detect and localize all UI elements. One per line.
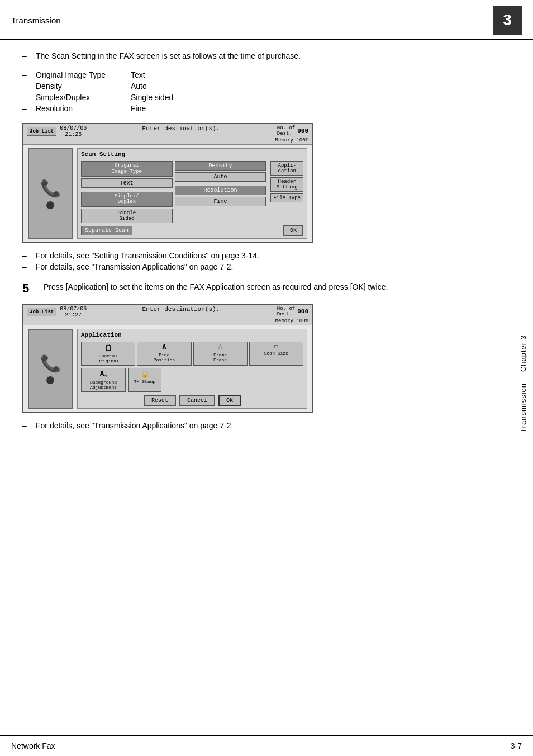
main-content: – The Scan Setting in the FAX screen is …: [0, 40, 513, 483]
reset-button[interactable]: Reset: [144, 395, 176, 406]
file-type-button[interactable]: File Type: [270, 193, 303, 202]
phone-dot2: [46, 376, 54, 384]
original-image-type-value: Text: [81, 178, 173, 188]
note1-item1: – For details, see "Setting Transmission…: [22, 251, 479, 260]
screen1-dest-area: No. of Dest. 000 Memory 100%: [275, 125, 308, 143]
header-setting-button[interactable]: Header Setting: [270, 177, 303, 192]
intro-text: The Scan Setting in the FAX screen is se…: [36, 51, 301, 60]
screen1-title: Enter destination(s).: [87, 125, 275, 132]
setting-label: Resolution: [36, 104, 125, 113]
job-list-button[interactable]: Job List: [27, 127, 56, 136]
chapter-badge: 3: [493, 6, 522, 35]
frame-erase-button[interactable]: Ā Frame Erase: [193, 342, 248, 366]
scan-size-icon: □: [274, 344, 278, 350]
dash: –: [22, 251, 30, 260]
setting-label: Density: [36, 82, 125, 91]
tx-stamp-label: TX Stamp: [134, 379, 155, 384]
screen1-datetime: 08/07/06 21:26: [60, 125, 87, 138]
screen1-body: 📞 Scan Setting Original Image Type Text …: [23, 145, 312, 242]
simplex-duplex-value: Single Sided: [81, 209, 173, 223]
cancel-button[interactable]: Cancel: [179, 395, 215, 406]
scan-size-button[interactable]: □ Scan Size: [249, 342, 303, 366]
setting-value: Text: [131, 70, 145, 79]
memory-label2: Memory 100%: [275, 318, 308, 324]
transmission-label: Transmission: [519, 383, 527, 433]
memory-label: Memory 100%: [275, 138, 308, 143]
screen2-body: 📞 Application 🗒 Special Original A Bind …: [23, 325, 312, 412]
original-image-type-button[interactable]: Original Image Type: [81, 161, 173, 177]
setting-value: Fine: [131, 104, 146, 113]
ok-button-app[interactable]: OK: [218, 395, 241, 406]
dest-value: 000: [297, 127, 308, 134]
application-panel: Application 🗒 Special Original A Bind Po…: [77, 329, 307, 408]
dest-label2: No. of Dest.: [277, 306, 295, 317]
note1-text1: For details, see "Setting Transmission C…: [36, 251, 259, 260]
tx-stamp-icon: 🔒: [141, 370, 149, 379]
special-original-button[interactable]: 🗒 Special Original: [81, 342, 135, 366]
note1-item2: – For details, see "Transmission Applica…: [22, 262, 479, 271]
setting-value: Auto: [131, 82, 147, 91]
background-adjustment-icon: A◻: [100, 370, 107, 379]
dash: –: [22, 70, 30, 79]
density-value: Auto: [175, 172, 266, 182]
bind-position-label: Bind Position: [154, 352, 175, 362]
setting-item-original: – Original Image Type Text: [22, 70, 479, 79]
dest-value2: 000: [297, 308, 308, 315]
frame-erase-label: Frame Erase: [213, 352, 227, 362]
scan-left-col: Original Image Type Text Simplex/ Duplex…: [81, 161, 173, 223]
dash: –: [22, 104, 30, 113]
intro-bullet-item: – The Scan Setting in the FAX screen is …: [22, 51, 479, 60]
setting-label: Simplex/Duplex: [36, 93, 125, 102]
dash: –: [22, 51, 30, 60]
dash: –: [22, 262, 30, 271]
notes2-list: – For details, see "Transmission Applica…: [22, 421, 479, 430]
background-adjustment-button[interactable]: A◻ Background Adjustment: [81, 368, 126, 391]
dest-label: No. of Dest.: [277, 125, 295, 136]
app-bottom-row: Reset Cancel OK: [81, 395, 303, 406]
phone-icon2: 📞: [40, 353, 61, 374]
separate-scan-button[interactable]: Separate Scan: [81, 226, 132, 235]
density-button[interactable]: Density: [175, 161, 266, 171]
resolution-button[interactable]: Resolution: [175, 186, 266, 195]
step5-row: 5 Press [Application] to set the items o…: [22, 281, 479, 296]
right-buttons-col: Appli- cation Header Setting File Type: [270, 161, 303, 223]
screen2-dest-area: No. of Dest. 000 Memory 100%: [275, 306, 308, 324]
note2-item1: – For details, see "Transmission Applica…: [22, 421, 479, 430]
right-sidebar: Chapter 3 Transmission: [513, 45, 533, 722]
settings-list: – Original Image Type Text – Density Aut…: [22, 70, 479, 113]
dash: –: [22, 82, 30, 91]
page-footer: Network Fax 3-7: [0, 735, 533, 756]
tx-stamp-button[interactable]: 🔒 TX Stamp: [128, 368, 161, 391]
bind-position-icon: A: [162, 344, 166, 352]
header-title: Transmission: [11, 16, 61, 25]
note2-text1: For details, see "Transmission Applicati…: [36, 421, 233, 430]
phone-icon-area: 📞: [28, 148, 73, 239]
phone-icon: 📞: [40, 178, 61, 199]
special-original-label: Special Original: [97, 353, 118, 363]
chapter-label: Chapter 3: [519, 335, 527, 372]
dash: –: [22, 421, 30, 430]
application-button[interactable]: Appli- cation: [270, 161, 303, 176]
step5-text: Press [Application] to set the items on …: [44, 281, 388, 296]
dash: –: [22, 93, 30, 102]
ok-button-scan[interactable]: OK: [283, 225, 303, 236]
screen2-title: Enter destination(s).: [87, 306, 275, 313]
phone-icon-area2: 📞: [28, 329, 73, 408]
setting-item-resolution: – Resolution Fine: [22, 104, 479, 113]
phone-dot: [46, 201, 54, 209]
background-adjustment-label: Background Adjustment: [90, 380, 117, 390]
page-header: Transmission 3: [0, 0, 533, 40]
special-original-icon: 🗒: [104, 344, 112, 353]
scan-setting-title: Scan Setting: [81, 151, 303, 158]
screen2-top-bar: Job List 08/07/06 21:27 Enter destinatio…: [23, 305, 312, 325]
setting-label: Original Image Type: [36, 70, 125, 79]
bind-position-button[interactable]: A Bind Position: [137, 342, 191, 366]
frame-erase-icon: Ā: [218, 344, 222, 352]
note1-text2: For details, see "Transmission Applicati…: [36, 262, 233, 271]
application-title: Application: [81, 332, 303, 338]
simplex-duplex-button[interactable]: Simplex/ Duplex: [81, 192, 173, 207]
setting-item-density: – Density Auto: [22, 82, 479, 91]
job-list-button2[interactable]: Job List: [27, 308, 56, 316]
scan-size-label: Scan Size: [264, 351, 288, 356]
scan-setting-panel: Scan Setting Original Image Type Text Si…: [77, 148, 307, 239]
